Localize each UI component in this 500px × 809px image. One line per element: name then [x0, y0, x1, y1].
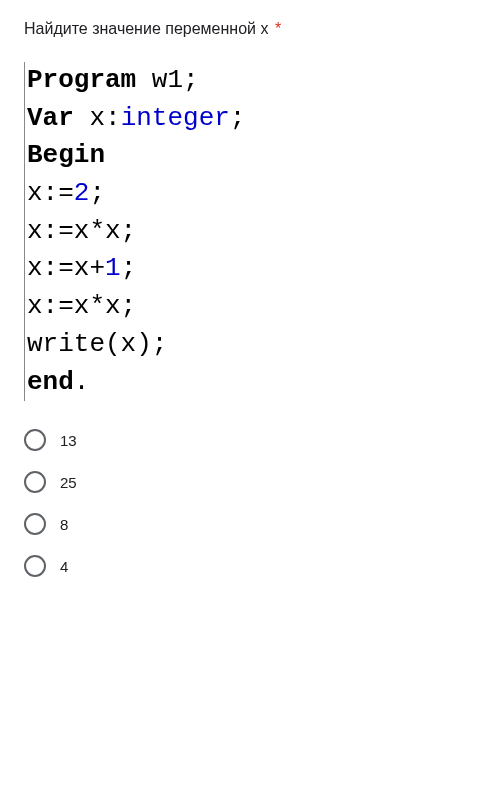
option-label: 13	[60, 432, 77, 449]
number-literal: 1	[105, 253, 121, 283]
code-text: ;	[89, 178, 105, 208]
code-text: w1;	[136, 65, 198, 95]
required-asterisk: *	[275, 20, 281, 37]
question-title: Найдите значение переменной x *	[24, 20, 476, 38]
option-label: 25	[60, 474, 77, 491]
code-line-4: x:=2;	[27, 175, 476, 213]
question-text: Найдите значение переменной x	[24, 20, 268, 37]
option-2[interactable]: 8	[24, 513, 476, 535]
code-text: x:=x+	[27, 253, 105, 283]
type-integer: integer	[121, 103, 230, 133]
code-line-2: Var x:integer;	[27, 100, 476, 138]
code-text: x:=x*x;	[27, 216, 136, 246]
keyword-var: Var	[27, 103, 74, 133]
option-label: 8	[60, 516, 68, 533]
code-text: x:=	[27, 178, 74, 208]
keyword-program: Program	[27, 65, 136, 95]
radio-icon	[24, 471, 46, 493]
option-0[interactable]: 13	[24, 429, 476, 451]
code-text: x:=x*x;	[27, 291, 136, 321]
radio-icon	[24, 429, 46, 451]
number-literal: 2	[74, 178, 90, 208]
code-text: x:	[74, 103, 121, 133]
code-line-7: x:=x*x;	[27, 288, 476, 326]
code-line-8: write(x);	[27, 326, 476, 364]
keyword-end: end	[27, 367, 74, 397]
keyword-begin: Begin	[27, 140, 105, 170]
code-line-3: Begin	[27, 137, 476, 175]
option-3[interactable]: 4	[24, 555, 476, 577]
options-group: 13 25 8 4	[24, 429, 476, 577]
code-text: .	[74, 367, 90, 397]
code-line-1: Program w1;	[27, 62, 476, 100]
code-block: Program w1; Var x:integer; Begin x:=2; x…	[24, 62, 476, 401]
code-line-9: end.	[27, 364, 476, 402]
option-label: 4	[60, 558, 68, 575]
option-1[interactable]: 25	[24, 471, 476, 493]
code-text: ;	[230, 103, 246, 133]
code-text: ;	[121, 253, 137, 283]
radio-icon	[24, 555, 46, 577]
code-line-6: x:=x+1;	[27, 250, 476, 288]
code-text: write(x);	[27, 329, 167, 359]
radio-icon	[24, 513, 46, 535]
code-line-5: x:=x*x;	[27, 213, 476, 251]
